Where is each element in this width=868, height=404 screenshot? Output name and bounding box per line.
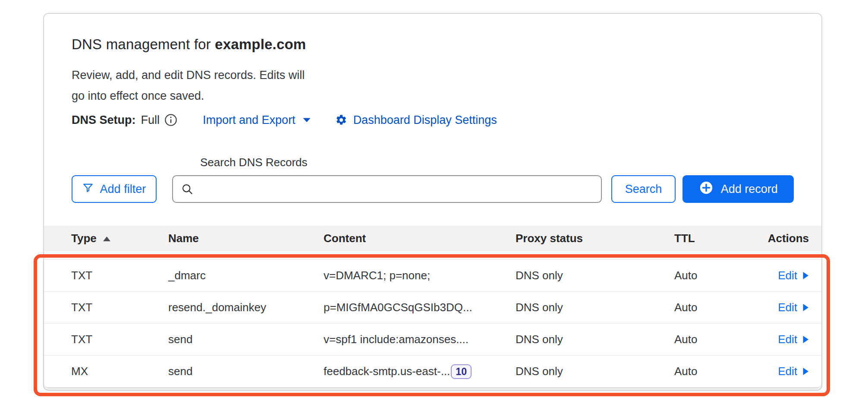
- search-button[interactable]: Search: [611, 175, 676, 203]
- edit-label: Edit: [778, 365, 797, 378]
- cell-content: v=spf1 include:amazonses....: [324, 333, 516, 346]
- chevron-right-icon: [802, 303, 809, 312]
- cell-type: TXT: [71, 333, 168, 346]
- cell-content: p=MIGfMA0GCSqGSIb3DQ...: [324, 301, 516, 314]
- cell-actions: Edit: [743, 365, 809, 378]
- cell-actions: Edit: [743, 269, 809, 282]
- page-description-line2: go into effect once saved.: [72, 85, 794, 106]
- table-body: TXT _dmarc v=DMARC1; p=none; DNS only Au…: [44, 259, 821, 387]
- add-filter-label: Add filter: [100, 183, 146, 196]
- cell-ttl: Auto: [674, 365, 743, 378]
- table-header-actions: Actions: [743, 232, 809, 245]
- table-row: TXT send v=spf1 include:amazonses.... DN…: [44, 323, 821, 355]
- import-export-link[interactable]: Import and Export: [203, 114, 311, 127]
- page-description: Review, add, and edit DNS records. Edits…: [72, 65, 794, 106]
- table-row: MX send feedback-smtp.us-east-... 10 DNS…: [44, 355, 821, 387]
- chevron-right-icon: [802, 335, 809, 344]
- table-header-content: Content: [324, 232, 516, 245]
- sort-ascending-icon: [103, 236, 111, 242]
- cell-name: resend._domainkey: [168, 301, 324, 314]
- cell-content-text: feedback-smtp.us-east-...: [324, 365, 450, 378]
- gear-icon: [335, 114, 347, 126]
- dashboard-display-settings-label: Dashboard Display Settings: [353, 114, 497, 127]
- add-filter-button[interactable]: Add filter: [72, 175, 157, 203]
- cell-proxy-status: DNS only: [516, 333, 674, 346]
- cell-name: send: [168, 333, 324, 346]
- page-title: DNS management for example.com: [72, 35, 794, 54]
- dns-management-page: DNS management for example.com Review, a…: [0, 0, 868, 404]
- edit-record-link[interactable]: Edit: [778, 365, 809, 378]
- dns-setup-row: DNS Setup: Full Import and Export Dashbo…: [72, 113, 794, 127]
- cell-content: feedback-smtp.us-east-... 10: [324, 364, 516, 379]
- cell-content: v=DMARC1; p=none;: [324, 269, 516, 282]
- table-header-proxy-status: Proxy status: [516, 232, 674, 245]
- cell-ttl: Auto: [674, 301, 743, 314]
- table-header-type[interactable]: Type: [71, 232, 168, 245]
- cell-name: send: [168, 365, 324, 378]
- cell-proxy-status: DNS only: [516, 301, 674, 314]
- dns-management-card: DNS management for example.com Review, a…: [43, 13, 822, 391]
- card-content: DNS management for example.com Review, a…: [44, 14, 821, 203]
- cell-type: TXT: [71, 301, 168, 314]
- table-header-type-label: Type: [71, 232, 97, 245]
- edit-record-link[interactable]: Edit: [778, 333, 809, 346]
- chevron-right-icon: [802, 271, 809, 280]
- cell-type: TXT: [71, 269, 168, 282]
- page-title-prefix: DNS management for: [72, 36, 215, 52]
- search-dns-records-input[interactable]: [172, 175, 602, 203]
- table-header-name: Name: [168, 232, 324, 245]
- table-row: TXT resend._domainkey p=MIGfMA0GCSqGSIb3…: [44, 291, 821, 323]
- table-header-row: Type Name Content Proxy status TTL Actio…: [44, 226, 821, 251]
- cell-ttl: Auto: [674, 269, 743, 282]
- table-controls: Add filter Search Add record: [72, 175, 794, 203]
- edit-label: Edit: [778, 333, 797, 346]
- info-icon[interactable]: [164, 113, 178, 127]
- add-record-button[interactable]: Add record: [682, 175, 794, 203]
- dns-setup-label: DNS Setup:: [72, 114, 136, 127]
- cell-name: _dmarc: [168, 269, 324, 282]
- mx-priority-badge: 10: [451, 364, 472, 379]
- cell-ttl: Auto: [674, 333, 743, 346]
- chevron-down-icon: [302, 117, 311, 123]
- table-row: TXT _dmarc v=DMARC1; p=none; DNS only Au…: [44, 259, 821, 291]
- chevron-right-icon: [802, 367, 809, 376]
- cell-actions: Edit: [743, 333, 809, 346]
- add-record-label: Add record: [721, 183, 778, 196]
- dns-setup-value: Full: [141, 114, 160, 127]
- page-description-line1: Review, add, and edit DNS records. Edits…: [72, 65, 794, 85]
- edit-record-link[interactable]: Edit: [778, 301, 809, 314]
- edit-record-link[interactable]: Edit: [778, 269, 809, 282]
- edit-label: Edit: [778, 301, 797, 314]
- filter-funnel-icon: [82, 182, 94, 196]
- search-dns-records-label: Search DNS Records: [200, 155, 794, 169]
- plus-circle-icon: [699, 180, 714, 198]
- page-title-domain: example.com: [215, 36, 306, 52]
- cell-type: MX: [71, 365, 168, 378]
- dns-records-table: Type Name Content Proxy status TTL Actio…: [44, 226, 821, 387]
- cell-actions: Edit: [743, 301, 809, 314]
- import-export-label: Import and Export: [203, 114, 296, 127]
- cell-proxy-status: DNS only: [516, 365, 674, 378]
- table-header-ttl: TTL: [674, 232, 743, 245]
- cell-proxy-status: DNS only: [516, 269, 674, 282]
- search-button-label: Search: [625, 183, 662, 196]
- edit-label: Edit: [778, 269, 797, 282]
- search-field-wrapper: [172, 175, 602, 203]
- dashboard-display-settings-link[interactable]: Dashboard Display Settings: [335, 114, 497, 127]
